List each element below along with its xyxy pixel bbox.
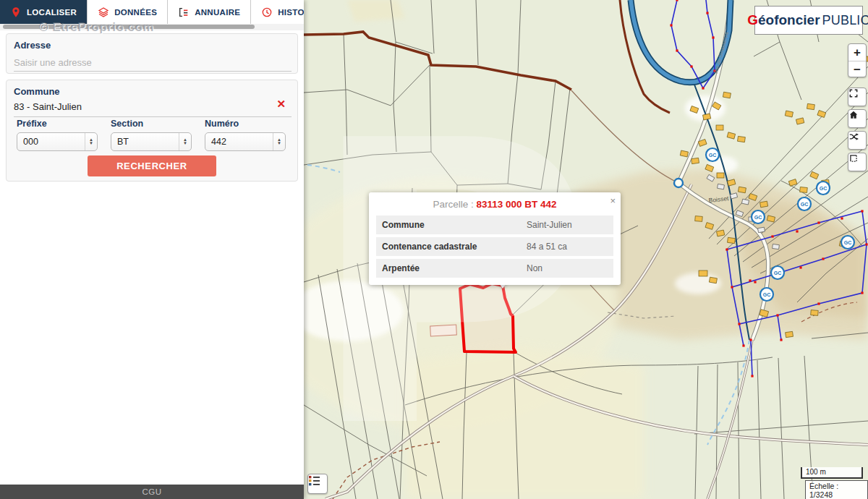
etreproprio-watermark: © EtreProprio.com	[39, 20, 154, 35]
section-select[interactable]: BT ▲▼	[111, 132, 192, 151]
zoom-out-button[interactable]: −	[848, 61, 866, 78]
numero-label: Numéro	[205, 119, 286, 129]
tab-label: HISTORIQUE	[278, 8, 304, 17]
svg-text:GC: GC	[763, 292, 771, 297]
shuffle-icon	[848, 132, 859, 142]
svg-text:GC: GC	[709, 153, 717, 158]
directory-icon	[178, 7, 190, 18]
commune-panel: Commune 83 - Saint-Julien ✕ Préfixe 000 …	[6, 80, 298, 182]
zoom-in-button[interactable]: +	[848, 44, 866, 61]
cadastral-map[interactable]: GC GC GC GC GC GC GC Rte de Ginasservis …	[304, 0, 868, 499]
address-panel: Adresse	[6, 33, 298, 74]
tab-label: ANNUAIRE	[195, 8, 240, 17]
section-label: Section	[111, 119, 192, 129]
popup-row-arpentee: ArpentéeNon	[376, 259, 613, 278]
svg-text:GC: GC	[774, 270, 782, 276]
home-extent-button[interactable]	[848, 109, 867, 128]
numero-value: 442	[211, 137, 226, 147]
commune-label: Commune	[14, 86, 60, 97]
svg-text:GC: GC	[801, 202, 809, 207]
popup-close-icon[interactable]: ×	[610, 196, 616, 205]
tab-label: LOCALISER	[27, 8, 77, 17]
address-label: Adresse	[14, 40, 51, 51]
map-pin-icon	[10, 7, 22, 18]
popup-row-contenance: Contenance cadastrale84 a 51 ca	[376, 237, 613, 256]
svg-text:GC: GC	[844, 240, 852, 245]
prefix-value: 000	[23, 137, 38, 147]
svg-text:GC: GC	[754, 215, 762, 220]
popup-row-commune: CommuneSaint-Julien	[376, 216, 613, 234]
fullscreen-button[interactable]	[848, 88, 867, 106]
rfu-node-marker	[674, 179, 683, 187]
legend-button[interactable]	[307, 474, 328, 494]
section-value: BT	[117, 137, 129, 147]
prefix-label: Préfixe	[17, 119, 98, 129]
numero-select[interactable]: 442 ▲▼	[205, 132, 286, 151]
tab-label: DONNÉES	[114, 8, 157, 17]
gc-badge: GC	[706, 148, 719, 161]
history-clock-icon	[261, 7, 273, 18]
gc-badge: GC	[798, 197, 811, 210]
fullscreen-icon	[848, 88, 859, 98]
rechercher-button[interactable]: RECHERCHER	[88, 155, 216, 176]
scale-ratio: Échelle : 1/3248	[805, 480, 868, 499]
gc-badge: GC	[771, 266, 784, 279]
search-sidebar: LOCALISER DONNÉES ANNUAIRE HISTORIQUE Ad…	[0, 0, 304, 499]
gc-badge: GC	[841, 236, 854, 249]
prefix-select[interactable]: 000 ▲▼	[17, 132, 98, 151]
svg-text:GC: GC	[820, 186, 827, 191]
tab-historique[interactable]: HISTORIQUE	[251, 0, 304, 24]
logo-text: éofoncier	[758, 12, 820, 28]
swap-view-button[interactable]	[848, 131, 867, 150]
tab-annuaire[interactable]: ANNUAIRE	[168, 0, 251, 24]
logo-g: G	[747, 12, 758, 28]
gc-badge: GC	[760, 288, 773, 301]
parcel-popup: × Parcelle : 83113 000 BT 442 CommuneSai…	[369, 192, 621, 285]
logo-suffix: PUBLIC	[822, 13, 868, 28]
home-icon	[848, 110, 859, 120]
cgu-footer-link[interactable]: CGU	[0, 485, 304, 499]
popup-title: Parcelle : 83113 000 BT 442	[376, 199, 613, 210]
app-window: GC GC GC GC GC GC GC Rte de Ginasservis …	[0, 0, 868, 499]
gc-badge: GC	[817, 182, 830, 195]
zoom-control-group: + −	[848, 43, 867, 77]
zoom-extent-button[interactable]	[848, 153, 867, 171]
extent-icon	[848, 153, 859, 163]
address-input[interactable]	[14, 56, 292, 72]
clear-commune-icon[interactable]: ✕	[276, 98, 286, 111]
select-stepper-icon: ▲▼	[273, 133, 285, 150]
gc-badge: GC	[752, 210, 765, 223]
geofoncier-logo: GéofoncierPUBLIC	[754, 6, 863, 35]
commune-value[interactable]: 83 - Saint-Julien	[14, 100, 292, 117]
select-stepper-icon: ▲▼	[85, 133, 97, 150]
select-stepper-icon: ▲▼	[179, 133, 191, 150]
scale-bar: 100 m	[801, 467, 863, 479]
layers-icon	[98, 7, 109, 18]
legend-list-icon	[308, 474, 320, 487]
